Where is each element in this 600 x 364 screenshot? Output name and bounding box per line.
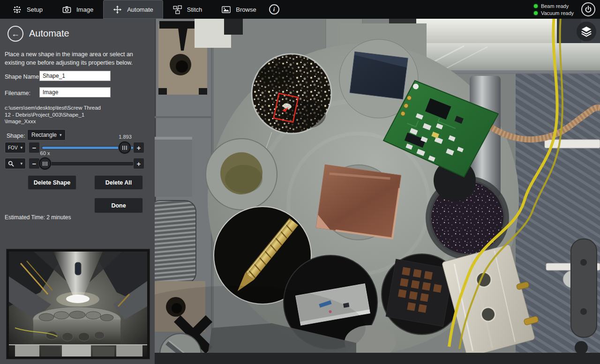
browse-image-icon <box>222 5 231 14</box>
info-icon[interactable]: i <box>269 4 279 15</box>
automate-panel: ← Automate Place a new shape in the imag… <box>0 19 155 364</box>
info-glyph: i <box>273 6 275 13</box>
shape-type-value: Rectangle <box>31 132 57 138</box>
plus-icon: + <box>137 144 141 151</box>
move-arrows-icon <box>113 5 122 14</box>
panel-title: Automate <box>29 28 69 39</box>
magnification-increase-button[interactable]: + <box>133 158 144 169</box>
chamber-view <box>7 249 150 359</box>
status-indicators: Beam ready Vacuum ready <box>534 2 574 16</box>
magnification-value-label: 60 x <box>36 150 54 156</box>
top-bar: Setup Image <box>0 0 600 19</box>
path-line: \Image_Xxxx <box>5 118 101 125</box>
fov-mode-value: FOV <box>8 145 18 150</box>
chamber-camera-thumbnail[interactable] <box>7 249 150 359</box>
chevron-down-icon: ▾ <box>20 161 22 166</box>
done-label: Done <box>111 202 126 209</box>
estimated-time-label: Estimated Time: 2 minutes <box>5 214 71 221</box>
path-line: 12 - Debris\Project_003\Shape_1 <box>5 111 101 119</box>
tab-image[interactable]: Image <box>52 0 103 19</box>
done-button[interactable]: Done <box>94 198 143 213</box>
layers-icon <box>580 25 592 37</box>
delete-all-label: Delete All <box>105 179 132 186</box>
tab-label: Image <box>76 6 93 13</box>
delete-shape-button[interactable]: Delete Shape <box>28 175 76 190</box>
plus-icon: + <box>137 160 141 167</box>
tab-label: Stitch <box>187 6 202 13</box>
back-arrow-icon: ← <box>11 30 20 38</box>
tab-label: Setup <box>27 6 43 13</box>
magnification-slider-thumb[interactable] <box>39 157 51 170</box>
delete-all-button[interactable]: Delete All <box>94 175 143 190</box>
tab-browse[interactable]: Browse <box>212 0 266 19</box>
filename-input[interactable] <box>39 87 111 97</box>
delete-shape-label: Delete Shape <box>34 179 71 186</box>
shape-label: Shape: <box>7 133 25 139</box>
tab-automate[interactable]: Automate <box>103 0 163 19</box>
magnifier-mode-dropdown[interactable]: ▾ <box>5 158 26 169</box>
tab-strip: Setup Image <box>3 0 279 19</box>
filename-label: Filename: <box>5 90 30 97</box>
tab-setup[interactable]: Setup <box>3 0 52 19</box>
power-icon <box>585 6 592 13</box>
sample-copper-slab[interactable] <box>316 164 401 240</box>
fov-value-label: 1.893 <box>110 134 141 140</box>
fov-mode-dropdown[interactable]: FOV ▾ <box>5 142 26 153</box>
stage-overview-image <box>155 19 600 364</box>
tab-label: Browse <box>236 6 256 13</box>
layers-button[interactable] <box>577 22 596 41</box>
camera-icon <box>62 5 71 14</box>
power-button[interactable] <box>581 2 595 16</box>
beam-status-label: Beam ready <box>541 3 569 9</box>
back-button[interactable]: ← <box>8 26 23 42</box>
beam-status: Beam ready <box>534 2 574 9</box>
magnification-slider-track[interactable] <box>42 163 133 165</box>
vacuum-ready-led <box>534 11 538 15</box>
navigation-camera-view[interactable] <box>155 19 600 364</box>
panel-instructions: Place a new shape in the image area or s… <box>5 50 149 67</box>
beam-ready-led <box>534 4 538 8</box>
tab-stitch[interactable]: Stitch <box>163 0 212 19</box>
tab-label: Automate <box>127 6 153 13</box>
magnifier-icon <box>8 161 14 167</box>
stitch-icon <box>173 5 182 14</box>
setup-dots-icon <box>13 5 22 14</box>
fov-increase-button[interactable]: + <box>133 142 144 153</box>
output-path: c:\users\sem\desktop\test\Screw Thread 1… <box>5 104 101 125</box>
shape-type-dropdown[interactable]: Rectangle ▾ <box>27 129 66 141</box>
minus-icon: − <box>32 160 37 167</box>
application-window: Setup Image <box>0 0 600 364</box>
vacuum-status-label: Vacuum ready <box>541 10 574 16</box>
chevron-down-icon: ▾ <box>60 133 62 137</box>
magnification-decrease-button[interactable]: − <box>29 158 40 169</box>
fov-slider-thumb[interactable] <box>119 141 131 154</box>
shape-name-input[interactable] <box>39 71 111 81</box>
shape-name-label: Shape Name: <box>5 74 40 80</box>
path-line: c:\users\sem\desktop\test\Screw Thread <box>5 104 101 111</box>
vacuum-status: Vacuum ready <box>534 9 574 16</box>
sample-olive-disc[interactable] <box>206 139 277 210</box>
chevron-down-icon: ▾ <box>20 145 22 150</box>
